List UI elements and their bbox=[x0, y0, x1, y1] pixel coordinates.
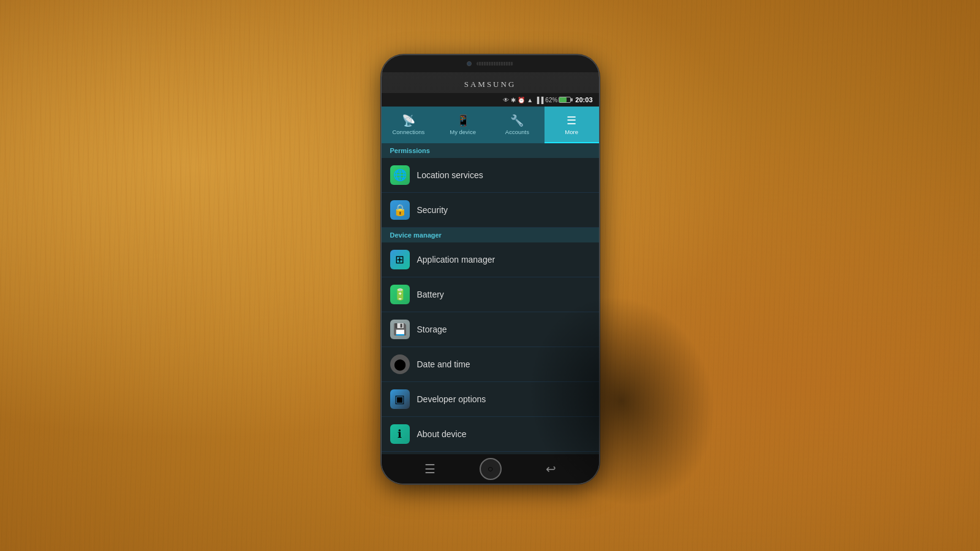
developer-options-icon: ▣ bbox=[390, 389, 410, 409]
battery-percent: 62% bbox=[545, 97, 557, 103]
home-icon: ○ bbox=[488, 463, 494, 474]
tab-connections[interactable]: 📡 Connections bbox=[382, 107, 436, 143]
developer-options-item[interactable]: ▣ Developer options bbox=[382, 382, 599, 417]
alarm-icon: ⏰ bbox=[518, 97, 525, 103]
bluetooth-icon: ✱ bbox=[511, 97, 516, 103]
front-camera bbox=[467, 61, 472, 66]
battery-bar bbox=[559, 97, 571, 103]
security-item[interactable]: 🔒 Security bbox=[382, 193, 599, 228]
tab-more[interactable]: ☰ More bbox=[545, 107, 599, 143]
my-device-icon: 📱 bbox=[456, 114, 470, 127]
about-device-label: About device bbox=[417, 429, 467, 439]
storage-icon: 💾 bbox=[390, 320, 410, 339]
location-services-item[interactable]: 🌐 Location services bbox=[382, 158, 599, 193]
tab-my-device[interactable]: 📱 My device bbox=[435, 107, 490, 143]
permissions-header: Permissions bbox=[382, 143, 599, 158]
speaker-grill bbox=[477, 62, 513, 66]
accounts-label: Accounts bbox=[505, 129, 529, 135]
connections-label: Connections bbox=[392, 129, 424, 135]
date-time-label: Date and time bbox=[417, 359, 470, 369]
more-label: More bbox=[565, 129, 578, 135]
samsung-brand: SAMSUNG bbox=[382, 72, 599, 93]
status-icons: 👁 ✱ ⏰ ▲ ▐▐ 62% 20:03 bbox=[503, 96, 592, 103]
connections-icon: 📡 bbox=[402, 114, 415, 127]
application-manager-item[interactable]: ⊞ Application manager bbox=[382, 242, 599, 277]
wifi-icon: ▲ bbox=[527, 97, 533, 103]
storage-label: Storage bbox=[417, 324, 447, 334]
location-services-label: Location services bbox=[417, 170, 483, 180]
date-time-item[interactable]: ⬤ Date and time bbox=[382, 347, 599, 382]
battery-indicator: 62% bbox=[545, 97, 571, 103]
location-services-icon: 🌐 bbox=[390, 165, 410, 185]
navigation-tabs: 📡 Connections 📱 My device 🔧 Accounts ☰ M… bbox=[382, 107, 599, 143]
settings-content: Permissions 🌐 Location services 🔒 Securi… bbox=[382, 143, 599, 454]
clock-display: 20:03 bbox=[575, 96, 592, 103]
more-icon: ☰ bbox=[567, 114, 576, 127]
storage-item[interactable]: 💾 Storage bbox=[382, 312, 599, 347]
home-button[interactable]: ○ bbox=[480, 458, 502, 480]
battery-item[interactable]: 🔋 Battery bbox=[382, 277, 599, 312]
battery-label: Battery bbox=[417, 290, 444, 299]
application-manager-icon: ⊞ bbox=[390, 250, 410, 269]
battery-icon: 🔋 bbox=[390, 285, 410, 304]
signal-icon: ▐▐ bbox=[535, 97, 543, 103]
about-device-item[interactable]: ℹ About device bbox=[382, 417, 599, 452]
accounts-icon: 🔧 bbox=[510, 114, 524, 127]
security-label: Security bbox=[417, 205, 448, 215]
battery-fill bbox=[559, 97, 566, 102]
tab-accounts[interactable]: 🔧 Accounts bbox=[490, 107, 545, 143]
bottom-navigation: ☰ ○ ↩ bbox=[382, 454, 599, 484]
menu-button[interactable]: ☰ bbox=[420, 457, 440, 481]
my-device-label: My device bbox=[450, 129, 476, 135]
status-bar: 👁 ✱ ⏰ ▲ ▐▐ 62% 20:03 bbox=[382, 93, 599, 107]
eye-icon: 👁 bbox=[503, 97, 509, 103]
date-time-icon: ⬤ bbox=[390, 354, 410, 374]
developer-options-label: Developer options bbox=[417, 394, 486, 404]
phone-body: SAMSUNG 👁 ✱ ⏰ ▲ ▐▐ 62% 20:03 📡 bbox=[382, 55, 599, 484]
back-button[interactable]: ↩ bbox=[541, 457, 561, 481]
security-icon: 🔒 bbox=[390, 200, 410, 220]
about-device-icon: ℹ bbox=[390, 424, 410, 444]
device-manager-header: Device manager bbox=[382, 228, 599, 242]
top-bezel bbox=[382, 55, 599, 72]
application-manager-label: Application manager bbox=[417, 255, 496, 264]
phone-wrapper: SAMSUNG 👁 ✱ ⏰ ▲ ▐▐ 62% 20:03 📡 bbox=[377, 55, 603, 496]
